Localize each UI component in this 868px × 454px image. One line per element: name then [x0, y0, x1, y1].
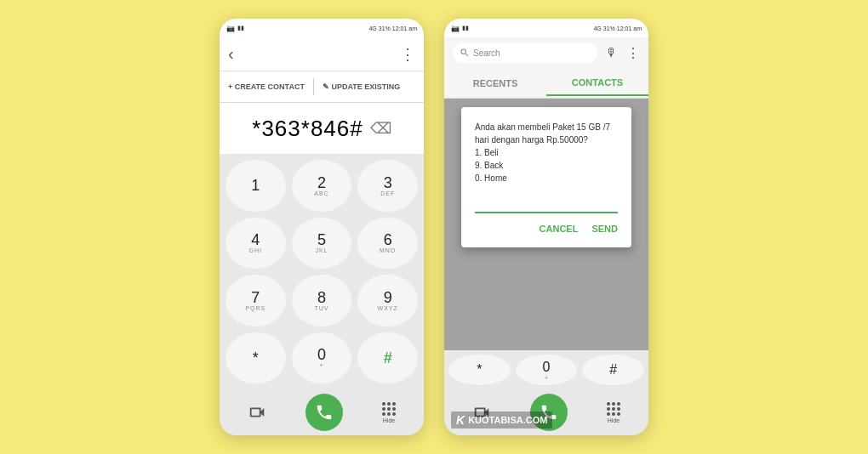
dialog-overlay: Anda akan membeli Paket 15 GB /7 hari de… [444, 99, 648, 350]
contact-actions: + CREATE CONTACT ✎ UPDATE EXISTING [220, 71, 424, 103]
dial-sub-4: GHI [249, 247, 262, 253]
status-right-1: 4G 31% 12:01 am [368, 26, 417, 31]
content-area: Anda akan membeli Paket 15 GB /7 hari de… [444, 99, 648, 350]
ussd-dialog: Anda akan membeli Paket 15 GB /7 hari de… [461, 107, 631, 247]
signal-status: ▮▮ [237, 25, 244, 31]
main-container: 📷 ▮▮ 4G 31% 12:01 am ‹ ⋮ + CREATE CONTAC… [220, 19, 648, 435]
dial-main-5: 5 [317, 232, 326, 247]
dial-sub-5: JKL [315, 247, 328, 253]
dial-key-0[interactable]: 0 + [292, 332, 352, 384]
watermark-text: KUOTABISA.COM [468, 415, 547, 425]
dial-sub-8: TUV [314, 305, 328, 311]
dial-main-3: 3 [384, 175, 392, 190]
cancel-button[interactable]: CANCEL [540, 224, 579, 234]
mic-icon[interactable]: 🎙 [606, 46, 618, 60]
status-left-2: 📷 ▮▮ [451, 25, 469, 32]
create-contact-button[interactable]: + CREATE CONTACT [228, 82, 305, 91]
phone-2: 📷 ▮▮ 4G 31% 12:01 am Search 🎙 ⋮ REC [444, 19, 648, 435]
search-placeholder: Search [473, 48, 500, 58]
hide-label-2: Hide [608, 417, 620, 423]
update-existing-button[interactable]: ✎ UPDATE EXISTING [323, 82, 400, 91]
dialog-input[interactable] [475, 196, 618, 213]
tab-recents-label: RECENTS [473, 78, 518, 88]
number-display: *363*846# ⌫ [220, 103, 424, 154]
dial-main-2: 2 [317, 175, 326, 190]
dial-main-6: 6 [384, 232, 392, 247]
status-bar-2: 📷 ▮▮ 4G 31% 12:01 am [444, 19, 648, 37]
bottom-bar-1: Hide [220, 389, 424, 435]
mini-0[interactable]: 0 + [516, 355, 578, 385]
dial-sub-0: + [319, 362, 323, 368]
dial-key-4[interactable]: 4 GHI [226, 218, 286, 270]
dial-key-7[interactable]: 7 PQRS [226, 275, 286, 326]
dial-sub-6: MNO [380, 247, 396, 253]
dial-main-7: 7 [251, 290, 260, 305]
delete-icon[interactable]: ⌫ [370, 119, 391, 138]
back-icon[interactable]: ‹ [228, 44, 234, 64]
signal-status-2: ▮▮ [462, 25, 469, 31]
dialog-actions: CANCEL SEND [475, 224, 618, 234]
search-icon [460, 48, 470, 58]
dial-main-hash: # [384, 350, 392, 366]
dial-key-6[interactable]: 6 MNO [357, 218, 418, 270]
status-left-1: 📷 ▮▮ [226, 25, 244, 32]
phone-1: 📷 ▮▮ 4G 31% 12:01 am ‹ ⋮ + CREATE CONTAC… [220, 19, 424, 435]
create-contact-label: + CREATE CONTACT [228, 82, 305, 91]
battery-status-2: 31% [603, 26, 615, 31]
dial-main-1: 1 [251, 178, 260, 193]
update-existing-label: ✎ UPDATE EXISTING [323, 82, 400, 91]
camera-icon-2: 📷 [451, 25, 460, 32]
tab-contacts[interactable]: CONTACTS [546, 71, 648, 96]
dialed-number: *363*846# [252, 116, 363, 142]
video-button[interactable] [248, 403, 266, 422]
dial-sub-7: PQRS [245, 305, 266, 311]
dialpad-1: 1 2 ABC 3 DEF 4 GHI 5 JKL 6 MNO [220, 154, 424, 389]
time-display: 12:01 am [392, 26, 417, 31]
status-bar-1: 📷 ▮▮ 4G 31% 12:01 am [220, 19, 424, 37]
dial-key-9[interactable]: 9 WXYZ [357, 275, 418, 326]
hide-label: Hide [383, 417, 395, 423]
watermark-icon: K [456, 413, 465, 427]
dial-key-1[interactable]: 1 [226, 160, 286, 212]
toolbar-1: ‹ ⋮ [220, 37, 424, 71]
mini-star[interactable]: * [448, 355, 511, 385]
call-button[interactable] [306, 394, 343, 431]
tab-recents[interactable]: RECENTS [444, 71, 546, 95]
watermark: K KUOTABISA.COM [451, 411, 552, 428]
dial-main-4: 4 [251, 232, 260, 247]
dial-sub-3: DEF [380, 190, 395, 196]
dialog-message: Anda akan membeli Paket 15 GB /7 hari de… [475, 121, 618, 184]
dial-key-2[interactable]: 2 ABC [292, 160, 352, 212]
dial-main-0: 0 [317, 347, 326, 362]
grid-icon [382, 402, 396, 416]
search-toolbar: Search 🎙 ⋮ [444, 37, 648, 68]
contacts-tabs: RECENTS CONTACTS [444, 68, 648, 99]
network-type-2: 4G [593, 26, 601, 31]
grid-icon-2 [607, 402, 620, 416]
status-right-2: 4G 31% 12:01 am [593, 26, 642, 31]
dial-sub-2: ABC [314, 190, 328, 196]
mini-dialpad: * 0 + # [444, 350, 648, 389]
network-type: 4G [368, 26, 376, 31]
dial-key-8[interactable]: 8 TUV [292, 275, 352, 326]
dial-key-hash[interactable]: # [357, 332, 418, 384]
vertical-divider [313, 78, 314, 95]
time-display-2: 12:01 am [617, 26, 642, 31]
send-button[interactable]: SEND [591, 224, 618, 234]
hide-button[interactable]: Hide [382, 402, 396, 423]
dial-main-star: * [253, 350, 259, 366]
dial-key-3[interactable]: 3 DEF [357, 160, 418, 212]
dial-main-9: 9 [384, 290, 392, 305]
dial-key-5[interactable]: 5 JKL [292, 218, 352, 270]
camera-icon: 📷 [226, 25, 235, 32]
hide-button-2[interactable]: Hide [607, 402, 620, 423]
mini-hash[interactable]: # [582, 355, 644, 385]
dial-main-8: 8 [317, 290, 326, 305]
more-icon[interactable]: ⋮ [400, 45, 415, 64]
dial-sub-9: WXYZ [378, 305, 398, 311]
battery-status: 31% [379, 26, 391, 31]
more-icon-2[interactable]: ⋮ [626, 45, 640, 61]
tab-contacts-label: CONTACTS [572, 77, 623, 88]
dial-key-star[interactable]: * [226, 332, 286, 384]
search-bar[interactable]: Search [453, 43, 597, 63]
